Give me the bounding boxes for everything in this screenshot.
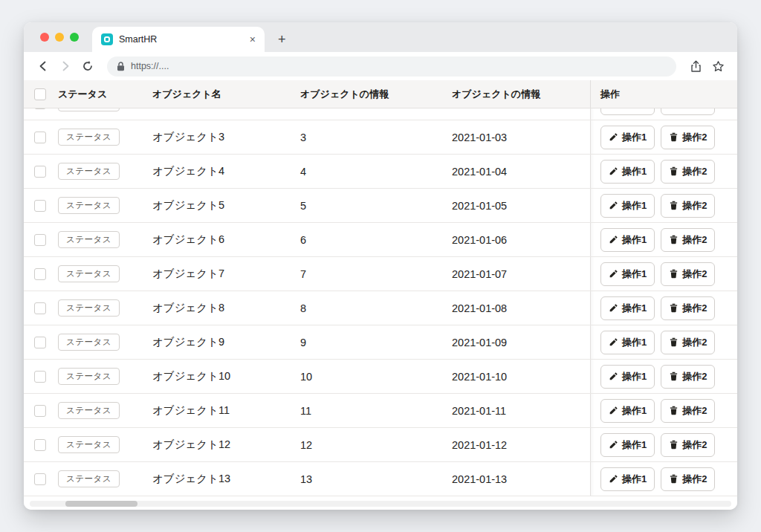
action2-button[interactable]: 操作2 — [661, 108, 715, 115]
horizontal-scrollbar-track[interactable] — [30, 501, 731, 507]
trash-icon — [669, 440, 679, 450]
share-icon[interactable] — [687, 57, 705, 75]
tab-close-icon[interactable]: × — [250, 34, 256, 45]
action1-button[interactable]: 操作1 — [600, 296, 655, 320]
pencil-icon — [609, 166, 618, 176]
table-row: ステータス オブジェクト12 12 2021-01-12 操作1 操作2 — [24, 428, 737, 462]
row-checkbox[interactable] — [34, 405, 46, 417]
action1-button[interactable]: 操作1 — [600, 331, 655, 354]
row-checkbox[interactable] — [34, 439, 46, 451]
actions-cell: 操作1 操作2 — [590, 394, 737, 427]
action2-button[interactable]: 操作2 — [661, 467, 715, 491]
row-checkbox[interactable] — [34, 200, 46, 212]
action1-label: 操作1 — [622, 302, 647, 315]
table-row: ステータス オブジェクト10 10 2021-01-10 操作1 操作2 — [24, 360, 737, 394]
row-checkbox[interactable] — [34, 371, 46, 383]
pencil-icon — [609, 337, 618, 347]
actions-cell: 操作1 操作2 — [590, 155, 737, 188]
action2-button[interactable]: 操作2 — [661, 160, 715, 184]
actions-cell: 操作1 操作2 — [590, 189, 737, 222]
zoom-window-button[interactable] — [70, 33, 79, 42]
actions-cell: 操作1 操作2 — [590, 360, 737, 393]
action1-label: 操作1 — [622, 336, 647, 349]
object-info2-cell: 2021-01-04 — [452, 166, 590, 178]
pencil-icon — [609, 132, 618, 142]
object-info1-cell: 6 — [300, 234, 452, 246]
object-info1-cell: 7 — [300, 268, 452, 280]
row-checkbox-cell — [24, 337, 58, 348]
pencil-icon — [609, 372, 618, 381]
action1-button[interactable]: 操作1 — [600, 467, 655, 491]
new-tab-button[interactable]: + — [278, 33, 286, 46]
status-cell: ステータス — [58, 299, 152, 317]
status-cell: ステータス — [58, 334, 152, 351]
row-checkbox[interactable] — [34, 234, 46, 246]
action1-button[interactable]: 操作1 — [600, 108, 655, 115]
row-checkbox-cell — [24, 405, 58, 417]
object-info1-cell: 2 — [300, 108, 452, 109]
trash-icon — [669, 372, 679, 381]
status-badge: ステータス — [58, 197, 120, 214]
action1-label: 操作1 — [622, 404, 647, 418]
action1-button[interactable]: 操作1 — [600, 228, 655, 252]
row-checkbox[interactable] — [34, 108, 46, 109]
action1-button[interactable]: 操作1 — [600, 160, 655, 184]
action2-button[interactable]: 操作2 — [661, 262, 715, 286]
object-name-cell: オブジェクト7 — [152, 267, 300, 281]
object-name-cell: オブジェクト9 — [152, 335, 300, 349]
browser-tab[interactable]: SmartHR × — [92, 27, 265, 52]
action1-button[interactable]: 操作1 — [600, 126, 655, 149]
action1-button[interactable]: 操作1 — [600, 399, 655, 423]
action2-button[interactable]: 操作2 — [661, 194, 715, 218]
action2-button[interactable]: 操作2 — [661, 296, 715, 320]
action1-button[interactable]: 操作1 — [600, 194, 655, 218]
object-info1-cell: 5 — [300, 200, 452, 212]
header-checkbox-cell — [24, 88, 58, 100]
status-cell: ステータス — [58, 470, 152, 487]
row-checkbox[interactable] — [34, 166, 46, 178]
action1-button[interactable]: 操作1 — [600, 365, 655, 389]
forward-icon[interactable] — [56, 57, 74, 75]
table-row: ステータス オブジェクト7 7 2021-01-07 操作1 操作2 — [24, 257, 737, 291]
row-checkbox-cell — [24, 234, 58, 246]
reload-icon[interactable] — [79, 57, 97, 75]
row-checkbox-cell — [24, 108, 58, 109]
action2-button[interactable]: 操作2 — [661, 126, 715, 149]
minimize-window-button[interactable] — [55, 33, 64, 42]
close-window-button[interactable] — [40, 33, 49, 42]
status-cell: ステータス — [58, 436, 152, 453]
row-checkbox[interactable] — [34, 132, 46, 143]
pencil-icon — [609, 235, 618, 244]
status-badge: ステータス — [58, 402, 120, 419]
tab-strip: SmartHR × + — [24, 22, 737, 52]
action1-label: 操作1 — [622, 267, 647, 281]
object-info1-cell: 12 — [300, 439, 452, 451]
row-checkbox[interactable] — [34, 268, 46, 280]
action1-label: 操作1 — [622, 199, 647, 213]
action2-label: 操作2 — [682, 370, 707, 383]
object-info1-cell: 3 — [300, 132, 452, 143]
row-checkbox[interactable] — [34, 473, 46, 485]
horizontal-scrollbar-thumb[interactable] — [65, 501, 137, 507]
row-checkbox[interactable] — [34, 337, 46, 348]
action2-button[interactable]: 操作2 — [661, 433, 715, 457]
action1-button[interactable]: 操作1 — [600, 433, 655, 457]
row-checkbox-cell — [24, 166, 58, 178]
action2-button[interactable]: 操作2 — [661, 365, 715, 389]
header-object-info-2: オブジェクトの情報 — [452, 88, 590, 101]
url-bar[interactable]: https://.... — [107, 56, 676, 77]
action1-button[interactable]: 操作1 — [600, 262, 655, 286]
action2-button[interactable]: 操作2 — [661, 331, 715, 354]
row-checkbox-cell — [24, 200, 58, 212]
bookmark-star-icon[interactable] — [709, 57, 727, 75]
select-all-checkbox[interactable] — [34, 88, 46, 100]
status-badge: ステータス — [58, 129, 120, 146]
action2-button[interactable]: 操作2 — [661, 228, 715, 252]
back-icon[interactable] — [34, 57, 52, 75]
table-row: ステータス オブジェクト3 3 2021-01-03 操作1 操作2 — [24, 120, 737, 155]
status-badge: ステータス — [58, 163, 120, 180]
action2-button[interactable]: 操作2 — [661, 399, 715, 423]
actions-cell: 操作1 操作2 — [590, 428, 737, 461]
object-info1-cell: 4 — [300, 166, 452, 178]
row-checkbox[interactable] — [34, 302, 46, 314]
